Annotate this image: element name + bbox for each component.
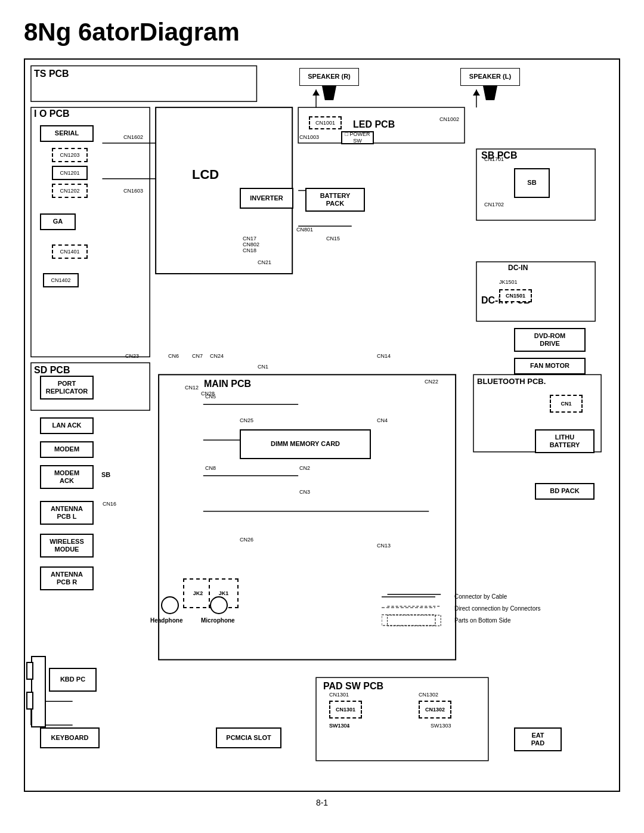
battery-pack-box: BATTERYPACK [305, 188, 365, 212]
dimm-memory-box: DIMM MEMORY CARD [240, 429, 371, 459]
jk1501-label: JK1501 [499, 279, 518, 285]
bd-pack-box: BD PACK [535, 483, 595, 500]
page-title: 8Ng 6atorDiagram [24, 18, 620, 47]
legend-connector-cable: Connector by Cable [454, 593, 507, 600]
pcmcia-slot-box: PCMCIA SLOT [216, 727, 281, 748]
cn1302-box: CN1302 [419, 701, 451, 719]
io-pcb-label: I O PCB [34, 109, 70, 119]
cn7-label: CN7 [192, 353, 203, 359]
port-replicator-box: PORTREPLICATOR [40, 376, 94, 400]
svg-rect-1 [31, 107, 150, 357]
legend-direct-connection: Direct connection by Connectors [454, 605, 541, 612]
cn1-bt-box: CN1 [550, 395, 583, 413]
sw1303-label: SW1303 [431, 723, 451, 729]
fan-motor-box: FAN MOTOR [514, 358, 586, 374]
serial-box: SERIAL [40, 125, 94, 142]
cn1201-box: CN1201 [52, 166, 88, 180]
lithu-battery-box: LITHUBATTERY [535, 429, 595, 453]
ga-box: GA [40, 213, 76, 230]
microphone-label: Microphone [201, 617, 235, 624]
cn16-label: CN16 [103, 501, 116, 507]
cn1003-label: CN1003 [299, 134, 319, 140]
headphone-label: Headphone [150, 617, 182, 624]
sb-box: SB [514, 168, 550, 198]
cn1401-box: CN1401 [52, 244, 88, 259]
modem-ack-box: MODEMACK [40, 465, 94, 489]
antenna-pcb-l-box: ANTENNAPCB L [40, 501, 94, 525]
cn1302-label: CN1302 [419, 692, 438, 698]
modem-sb-label: SB [101, 471, 110, 478]
speaker-r-box: SPEAKER (R) [299, 68, 359, 86]
inverter-box: INVERTER [240, 188, 293, 209]
cn17-label: CN17 [243, 236, 256, 241]
cn24-label: CN24 [210, 353, 224, 359]
cn3-label: CN3 [299, 489, 310, 495]
headphone-icon [161, 596, 179, 614]
lcd-label: LCD [192, 167, 219, 182]
cn1602-label: CN1602 [123, 134, 143, 140]
ts-pcb-label: TS PCB [34, 69, 69, 79]
dvd-rom-box: DVD-ROMDRIVE [514, 328, 586, 352]
cn1202-box: CN1202 [52, 184, 88, 198]
cn6-label: CN6 [168, 353, 179, 359]
cn21-label: CN21 [258, 259, 271, 265]
cn26-label: CN26 [240, 537, 253, 543]
sw1301-label: SW1301 [329, 723, 350, 729]
speaker-r-icon [322, 86, 336, 100]
cn5-label: CN5 [205, 394, 216, 400]
cn1002-label: CN1002 [439, 116, 459, 122]
diagram-area: TS PCB I O PCB LCD LED PCB SB PCB SD PCB… [24, 58, 620, 792]
antenna-pcb-r-box: ANTENNAPCB R [40, 566, 94, 590]
cn13-label: CN13 [377, 543, 391, 549]
wireless-module-box: WIRELESSMODUE [40, 534, 94, 558]
cn15-label: CN15 [326, 236, 340, 241]
pad-sw-pcb-label: PAD SW PCB [323, 681, 383, 692]
cn18-label: CN18 [243, 247, 256, 253]
dc-in-label: DC-IN [508, 264, 528, 272]
speaker-l-box: SPEAKER (L) [460, 68, 520, 86]
cn8-label: CN8 [205, 465, 216, 471]
bluetooth-pcb-label: BLUETOOTH PCB. [477, 377, 546, 386]
kbd-pc-box: KBD PC [49, 668, 97, 692]
legend-parts-bottom: Parts on Bottom Side [454, 617, 511, 624]
microphone-icon [210, 596, 228, 614]
cn1501-box: CN1501 [499, 289, 532, 302]
speaker-l-icon [483, 86, 497, 100]
left-connector-tab1 [26, 662, 33, 680]
left-connector-tab2 [26, 692, 33, 710]
cn1603-label: CN1603 [123, 188, 143, 194]
cn22-label: CN22 [425, 379, 438, 385]
cn2-label: CN2 [299, 465, 310, 471]
cn1-label: CN1 [258, 364, 268, 370]
cn14-label: CN14 [377, 353, 391, 359]
modem-box: MODEM [40, 441, 94, 458]
lan-ack-box: LAN ACK [40, 417, 94, 434]
sd-pcb-label: SD PCB [34, 365, 70, 376]
led-pcb-label: LED PCB [353, 119, 395, 130]
page-number: 8-1 [24, 798, 620, 807]
svg-marker-11 [312, 89, 320, 95]
cn802-label: CN802 [243, 241, 259, 247]
cn801-label: CN801 [296, 227, 313, 233]
cn1301-label: CN1301 [329, 692, 349, 698]
svg-rect-31 [382, 615, 435, 625]
svg-marker-13 [473, 89, 480, 95]
cn1402-box: CN1402 [43, 273, 79, 287]
cn25-label: CN25 [240, 417, 253, 423]
eat-pad-box: EATPAD [514, 727, 562, 751]
sw1001-box: □ POWER SW [341, 131, 374, 144]
cn1001-box: CN1001 [309, 116, 342, 129]
cn1702-label: CN1702 [484, 202, 504, 208]
cn1701-label: CN1701 [484, 156, 504, 162]
keyboard-box: KEYBOARD [40, 727, 100, 748]
cn1301-box: CN1301 [329, 701, 362, 719]
cn1203-box: CN1203 [52, 148, 88, 162]
main-pcb-label: MAIN PCB [204, 379, 251, 389]
cn12-label: CN12 [185, 385, 199, 391]
cn4-label: CN4 [377, 417, 388, 423]
cn23-label: CN23 [125, 353, 139, 359]
svg-rect-6 [476, 262, 595, 321]
